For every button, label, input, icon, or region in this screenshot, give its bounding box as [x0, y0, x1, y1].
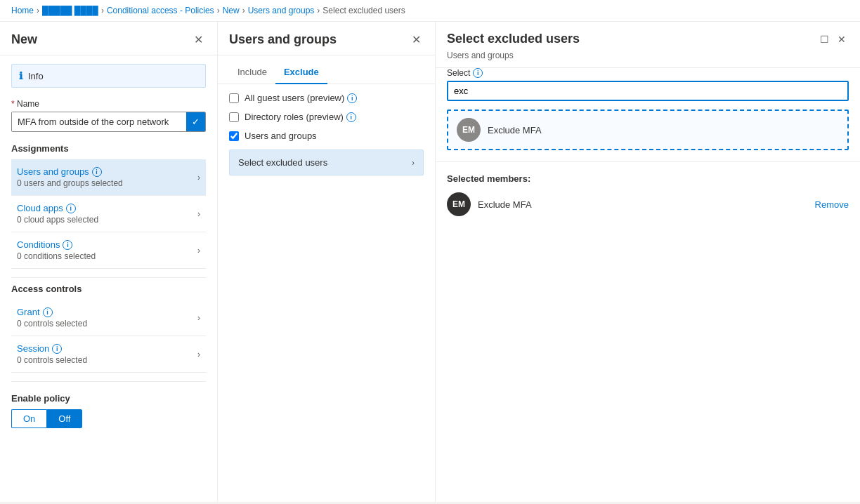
nav-item-users-groups-title: Users and groups i — [17, 166, 123, 177]
toggle-off-button[interactable]: Off — [46, 409, 82, 428]
panel-new-close-button[interactable]: ✕ — [191, 32, 206, 48]
checkbox-users-item[interactable]: Users and groups — [229, 131, 424, 141]
search-input[interactable] — [447, 81, 849, 101]
breadcrumb-new[interactable]: New — [223, 6, 240, 15]
nav-item-grant-left: Grant i 0 controls selected — [17, 307, 87, 329]
panel-select-subtitle: Users and groups — [436, 51, 860, 68]
tab-exclude[interactable]: Exclude — [275, 61, 327, 84]
info-text: Info — [28, 71, 44, 81]
nav-item-cloud-apps-title: Cloud apps i — [17, 203, 98, 213]
conditions-info-icon[interactable]: i — [63, 240, 72, 250]
name-input[interactable] — [12, 112, 186, 131]
breadcrumb: Home › █████ ████ › Conditional access -… — [0, 0, 860, 22]
nav-item-users-groups[interactable]: Users and groups i 0 users and groups se… — [11, 159, 206, 196]
member-row: EM Exclude MFA Remove — [447, 192, 849, 216]
search-label: Select i — [436, 68, 860, 78]
nav-item-users-groups-subtitle: 0 users and groups selected — [17, 178, 123, 188]
panel-select-header: Select excluded users ☐ ✕ — [436, 22, 860, 51]
selected-members-label: Selected members: — [447, 173, 849, 184]
checkbox-directory-label: Directory roles (preview) i — [245, 112, 356, 122]
select-excluded-row[interactable]: Select excluded users › — [229, 150, 424, 175]
result-avatar: EM — [457, 118, 481, 142]
session-info-icon[interactable]: i — [52, 344, 62, 354]
nav-item-conditions-subtitle: 0 conditions selected — [17, 251, 96, 261]
panel-select: Select excluded users ☐ ✕ Users and grou… — [436, 22, 860, 502]
select-excluded-text: Select excluded users — [238, 157, 327, 168]
info-box: ℹ Info — [11, 64, 206, 88]
info-icon: ℹ — [19, 70, 22, 81]
panel-users-header: Users and groups ✕ — [218, 22, 435, 55]
nav-item-session-subtitle: 0 controls selected — [17, 355, 87, 365]
directory-info-icon[interactable]: i — [346, 112, 356, 122]
grant-info-icon[interactable]: i — [43, 307, 53, 317]
breadcrumb-sep-1: › — [37, 6, 39, 15]
toggle-group: On Off — [11, 409, 206, 428]
nav-item-conditions[interactable]: Conditions i 0 conditions selected › — [11, 232, 206, 269]
cloud-apps-info-icon[interactable]: i — [66, 204, 76, 213]
enable-policy-label: Enable policy — [11, 393, 206, 404]
nav-item-session[interactable]: Session i 0 controls selected › — [11, 336, 206, 373]
nav-item-grant-subtitle: 0 controls selected — [17, 319, 87, 329]
panel-users-content: All guest users (preview) i Directory ro… — [218, 84, 435, 502]
panel-select-close-button[interactable]: ✕ — [835, 32, 849, 46]
toggle-on-button[interactable]: On — [11, 409, 46, 428]
cloud-apps-chevron-icon: › — [197, 209, 200, 219]
enable-policy-section: Enable policy On Off — [11, 393, 206, 428]
nav-item-conditions-left: Conditions i 0 conditions selected — [17, 239, 96, 261]
nav-item-cloud-apps-left: Cloud apps i 0 cloud apps selected — [17, 203, 98, 225]
checkbox-guest[interactable] — [229, 93, 239, 103]
section-divider-2 — [11, 381, 206, 382]
panel-users: Users and groups ✕ Include Exclude All g… — [218, 22, 436, 502]
name-input-wrap: ✓ — [11, 112, 206, 132]
search-info-icon[interactable]: i — [473, 68, 483, 78]
grant-chevron-icon: › — [197, 313, 200, 323]
maximize-button[interactable]: ☐ — [817, 32, 832, 46]
checkbox-guest-label: All guest users (preview) i — [245, 93, 357, 103]
panel-new-title: New — [11, 32, 37, 47]
panel-users-title: Users and groups — [229, 32, 337, 47]
tab-include[interactable]: Include — [229, 61, 275, 84]
panel-select-header-actions: ☐ ✕ — [817, 32, 849, 46]
panel-select-title: Select excluded users — [447, 32, 580, 46]
result-card[interactable]: EM Exclude MFA — [447, 110, 849, 150]
session-chevron-icon: › — [197, 350, 200, 359]
nav-item-grant-title: Grant i — [17, 307, 87, 317]
nav-item-cloud-apps[interactable]: Cloud apps i 0 cloud apps selected › — [11, 196, 206, 232]
nav-item-grant[interactable]: Grant i 0 controls selected › — [11, 300, 206, 336]
users-groups-info-icon[interactable]: i — [92, 167, 102, 177]
access-controls-heading: Access controls — [11, 284, 206, 294]
breadcrumb-sep-2: › — [101, 6, 104, 15]
guest-info-icon[interactable]: i — [347, 93, 357, 103]
panel-new-header: New ✕ — [0, 22, 217, 55]
nav-item-session-left: Session i 0 controls selected — [17, 343, 87, 365]
checkbox-directory[interactable] — [229, 112, 239, 122]
checkbox-guest-item[interactable]: All guest users (preview) i — [229, 93, 424, 103]
checkbox-directory-item[interactable]: Directory roles (preview) i — [229, 112, 424, 122]
checkbox-users[interactable] — [229, 131, 239, 141]
breadcrumb-policies[interactable]: Conditional access - Policies — [107, 6, 214, 15]
assignments-heading: Assignments — [11, 143, 206, 154]
name-label: * Name — [11, 99, 206, 109]
breadcrumb-tenant[interactable]: █████ ████ — [42, 6, 98, 15]
breadcrumb-home[interactable]: Home — [11, 6, 34, 15]
panel-new: New ✕ ℹ Info * Name ✓ Assignments — [0, 22, 218, 502]
breadcrumb-sep-4: › — [242, 6, 245, 15]
breadcrumb-sep-5: › — [317, 6, 320, 15]
nav-item-session-title: Session i — [17, 343, 87, 354]
remove-link[interactable]: Remove — [815, 199, 849, 210]
required-star: * — [11, 99, 15, 109]
nav-item-cloud-apps-subtitle: 0 cloud apps selected — [17, 215, 98, 225]
users-groups-chevron-icon: › — [197, 173, 200, 183]
section-divider — [11, 277, 206, 278]
breadcrumb-users-groups[interactable]: Users and groups — [248, 6, 315, 15]
breadcrumb-sep-3: › — [217, 6, 220, 15]
result-name: Exclude MFA — [488, 125, 542, 135]
member-avatar: EM — [447, 192, 471, 216]
panel-users-close-button[interactable]: ✕ — [409, 32, 424, 48]
selected-members-section: Selected members: EM Exclude MFA Remove — [436, 161, 860, 227]
panel-new-content: ℹ Info * Name ✓ Assignments Users and gr… — [0, 55, 217, 502]
nav-item-conditions-title: Conditions i — [17, 239, 96, 250]
nav-item-users-groups-left: Users and groups i 0 users and groups se… — [17, 166, 123, 188]
search-input-wrap — [436, 81, 860, 101]
checkbox-users-label: Users and groups — [245, 131, 317, 141]
